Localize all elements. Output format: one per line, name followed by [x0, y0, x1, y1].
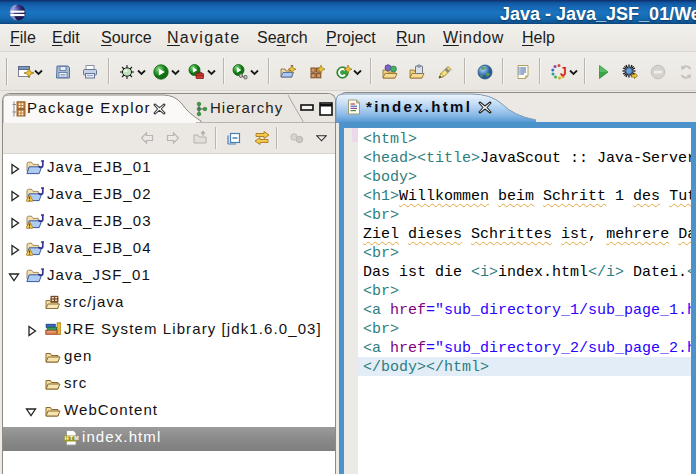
svg-text:J: J [560, 65, 567, 79]
